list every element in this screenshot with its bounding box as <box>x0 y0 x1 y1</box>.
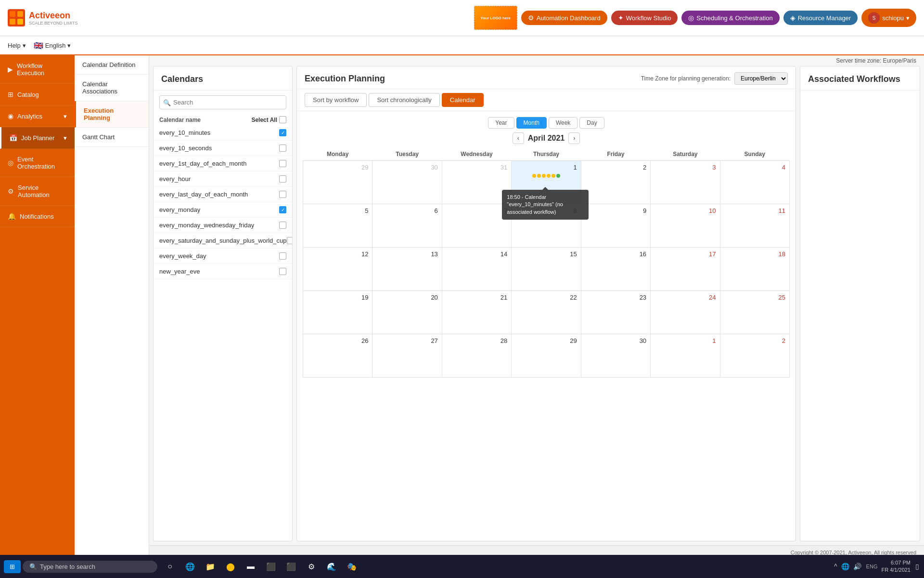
view-day-button[interactable]: Day <box>579 117 604 129</box>
taskbar-explorer-icon[interactable]: 📁 <box>202 558 219 575</box>
calendar-cell[interactable]: 1 <box>651 334 720 378</box>
calendar-cell[interactable]: 25 <box>720 291 789 334</box>
select-all-checkbox[interactable] <box>279 116 286 123</box>
view-month-button[interactable]: Month <box>516 117 547 129</box>
taskbar-app2-icon[interactable]: ⬛ <box>282 558 300 575</box>
select-all-label[interactable]: Select All <box>251 116 286 123</box>
tray-network-icon[interactable]: 🌐 <box>840 562 850 571</box>
resource-manager-button[interactable]: ◈ Resource Manager <box>783 11 858 25</box>
calendar-checkbox[interactable] <box>287 237 292 244</box>
timezone-select[interactable]: Europe/Berlin Europe/Paris UTC <box>734 72 788 85</box>
calendar-cell[interactable]: 21 <box>442 291 511 334</box>
sidebar-item-catalog[interactable]: ⊞ Catalog <box>0 84 75 105</box>
automation-dashboard-button[interactable]: ⚙ Automation Dashboard <box>521 11 607 25</box>
language-button[interactable]: 🇬🇧 English ▾ <box>34 41 71 50</box>
list-item[interactable]: every_hour <box>154 171 292 187</box>
calendar-checkbox[interactable]: ✓ <box>279 129 286 136</box>
sidebar-item-workflow-execution[interactable]: ▶ Workflow Execution <box>0 55 75 84</box>
help-button[interactable]: Help ▾ <box>8 42 26 49</box>
workflow-studio-button[interactable]: ✦ Workflow Studio <box>611 11 678 25</box>
calendar-cell[interactable]: 11 <box>720 204 789 248</box>
list-item[interactable]: new_year_eve <box>154 264 292 279</box>
list-item[interactable]: every_last_day_of_each_month <box>154 187 292 202</box>
calendar-checkbox[interactable] <box>279 222 286 229</box>
sub-item-gantt-chart[interactable]: Gantt Chart <box>75 128 149 147</box>
calendar-cell-today[interactable]: 1 <box>512 161 581 204</box>
list-item[interactable]: every_monday ✓ <box>154 202 292 218</box>
taskbar-cortana-icon[interactable]: ○ <box>161 558 179 575</box>
calendar-cell[interactable]: 16 <box>581 248 650 291</box>
calendar-cell[interactable]: 6 <box>372 204 442 248</box>
calendar-checkbox[interactable] <box>279 175 286 183</box>
search-input[interactable] <box>159 95 286 109</box>
calendar-cell[interactable]: 7 <box>442 204 511 248</box>
calendar-cell[interactable]: 12 <box>303 248 372 291</box>
calendar-cell[interactable]: 30 <box>581 334 650 378</box>
list-item[interactable]: every_1st_day_of_each_month <box>154 156 292 171</box>
calendar-checkbox[interactable] <box>279 160 286 167</box>
calendar-cell[interactable]: 10 <box>651 204 720 248</box>
taskbar-app1-icon[interactable]: ⬛ <box>262 558 280 575</box>
calendar-checkbox[interactable]: ✓ <box>279 206 286 213</box>
sidebar-item-job-planner[interactable]: 📅 Job Planner ▾ <box>0 127 75 149</box>
prev-month-button[interactable]: ‹ <box>513 132 524 144</box>
calendar-cell[interactable]: 23 <box>581 291 650 334</box>
calendar-cell[interactable]: 3 <box>651 161 720 204</box>
list-item[interactable]: every_saturday_and_sunday_plus_world_cup <box>154 233 292 249</box>
tray-volume-icon[interactable]: 🔊 <box>852 562 862 571</box>
sidebar-item-event-orchestration[interactable]: ◎ Event Orchestration <box>0 149 75 177</box>
calendar-cell[interactable]: 31 <box>442 161 511 204</box>
sidebar-item-analytics[interactable]: ◉ Analytics ▾ <box>0 105 75 127</box>
taskbar-app4-icon[interactable]: 🎭 <box>343 558 360 575</box>
calendar-cell[interactable]: 26 <box>303 334 372 378</box>
tab-sort-by-workflow[interactable]: Sort by workflow <box>305 93 367 107</box>
calendar-cell[interactable]: 29 <box>512 334 581 378</box>
calendar-cell[interactable]: 4 <box>720 161 789 204</box>
calendar-cell[interactable]: 5 <box>303 204 372 248</box>
calendar-cell[interactable]: 2 <box>720 334 789 378</box>
calendar-cell[interactable]: 22 <box>512 291 581 334</box>
user-menu-button[interactable]: S schiopu ▾ <box>861 9 916 27</box>
calendar-cell[interactable]: 30 <box>372 161 442 204</box>
taskbar-settings-icon[interactable]: ⚙ <box>303 558 320 575</box>
taskbar-search-box[interactable]: 🔍 Type here to search <box>23 561 157 573</box>
calendar-cell[interactable]: 24 <box>651 291 720 334</box>
calendar-cell[interactable]: 20 <box>372 291 442 334</box>
sub-item-calendar-definition[interactable]: Calendar Definition <box>75 55 149 75</box>
tab-sort-chronologically[interactable]: Sort chronologically <box>369 93 439 107</box>
calendar-checkbox[interactable] <box>279 268 286 275</box>
sub-item-execution-planning[interactable]: Execution Planning <box>75 101 149 128</box>
list-item[interactable]: every_10_minutes ✓ <box>154 125 292 141</box>
sub-item-calendar-associations[interactable]: Calendar Associations <box>75 75 149 101</box>
calendar-cell[interactable]: 15 <box>512 248 581 291</box>
calendar-checkbox[interactable] <box>279 144 286 152</box>
start-button[interactable]: ⊞ <box>4 560 21 573</box>
next-month-button[interactable]: › <box>568 132 580 144</box>
view-week-button[interactable]: Week <box>549 117 578 129</box>
calendar-checkbox[interactable] <box>279 191 286 198</box>
taskbar-edge-icon[interactable]: 🌐 <box>181 558 199 575</box>
calendar-cell[interactable]: 18 <box>720 248 789 291</box>
taskbar-chrome-icon[interactable]: ⬤ <box>222 558 239 575</box>
list-item[interactable]: every_week_day <box>154 249 292 264</box>
list-item[interactable]: every_10_seconds <box>154 141 292 156</box>
calendar-cell[interactable]: 14 <box>442 248 511 291</box>
scheduling-button[interactable]: ◎ Scheduling & Orchestration <box>681 11 779 25</box>
calendar-cell[interactable]: 29 <box>303 161 372 204</box>
calendar-checkbox[interactable] <box>279 252 286 260</box>
calendar-cell[interactable]: 9 <box>581 204 650 248</box>
tab-calendar[interactable]: Calendar <box>442 93 484 107</box>
calendar-cell[interactable]: 2 <box>581 161 650 204</box>
list-item[interactable]: every_monday_wednesday_friday <box>154 218 292 233</box>
calendar-cell[interactable]: 19 <box>303 291 372 334</box>
tray-expand-icon[interactable]: ^ <box>833 562 838 571</box>
taskbar-app3-icon[interactable]: 🌊 <box>323 558 340 575</box>
sidebar-item-notifications[interactable]: 🔔 Notifications <box>0 206 75 227</box>
sidebar-item-service-automation[interactable]: ⚙ Service Automation <box>0 177 75 206</box>
calendar-cell[interactable]: 27 <box>372 334 442 378</box>
view-year-button[interactable]: Year <box>488 117 514 129</box>
show-desktop-icon[interactable]: ▯ <box>914 562 920 571</box>
taskbar-terminal-icon[interactable]: ▬ <box>242 558 259 575</box>
calendar-cell[interactable]: 28 <box>442 334 511 378</box>
calendar-cell[interactable]: 17 <box>651 248 720 291</box>
